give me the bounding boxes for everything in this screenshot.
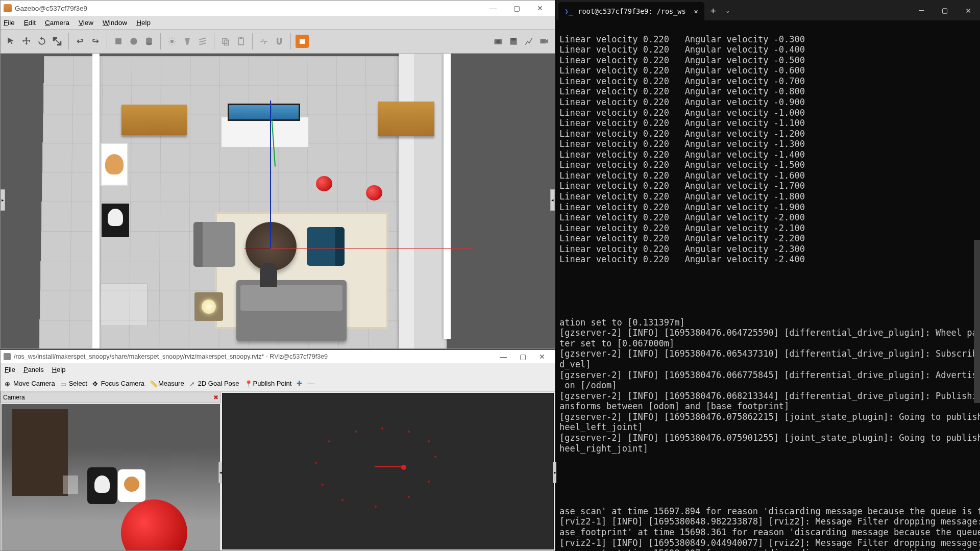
- terminal-scrollbar[interactable]: [974, 240, 980, 403]
- rviz-titlebar[interactable]: /ros_ws/install/makerspet_snoopy/share/m…: [1, 350, 555, 363]
- record-icon[interactable]: [537, 35, 551, 48]
- maximize-button[interactable]: ▢: [505, 1, 528, 16]
- close-button[interactable]: ✕: [532, 350, 552, 363]
- laser-point: [322, 484, 324, 486]
- left-panel-toggle[interactable]: ▸: [1, 189, 5, 211]
- wall-picture-face: [101, 203, 130, 238]
- gazebo-toolbar: [1, 29, 555, 54]
- focus-camera-tool[interactable]: ✥Focus Camera: [92, 380, 144, 387]
- undo-icon[interactable]: [74, 35, 87, 48]
- axis-x: [244, 248, 270, 249]
- close-button[interactable]: ✕: [528, 1, 552, 16]
- minimize-button[interactable]: —: [494, 350, 513, 363]
- panel-close-icon[interactable]: ✖: [213, 394, 218, 401]
- tab-close-icon[interactable]: ✕: [694, 7, 698, 15]
- menu-view[interactable]: View: [79, 19, 93, 27]
- camera-panel-header[interactable]: Camera ✖: [1, 392, 221, 403]
- axis-x: [270, 248, 474, 249]
- paste-icon[interactable]: [234, 35, 248, 48]
- red-ball: [316, 176, 332, 191]
- move-tool-icon[interactable]: [20, 35, 33, 48]
- cylinder-icon[interactable]: [142, 35, 156, 48]
- menu-file[interactable]: File: [5, 366, 15, 373]
- terminal-tab[interactable]: ❯_ root@c537cf79f3e9: /ros_ws ✕: [558, 2, 704, 20]
- rviz-menubar: File Panels Help: [1, 363, 555, 375]
- light-directional-icon[interactable]: [196, 35, 209, 48]
- cam-red-ball: [121, 499, 187, 550]
- remove-tool-button[interactable]: —: [307, 380, 314, 387]
- box-icon[interactable]: [112, 35, 125, 48]
- select-tool[interactable]: ▭Select: [60, 380, 87, 387]
- menu-camera[interactable]: Camera: [45, 19, 69, 27]
- redo-icon[interactable]: [89, 35, 102, 48]
- new-tab-button[interactable]: +: [704, 5, 722, 16]
- tv-screen: [228, 104, 300, 121]
- laser-point: [315, 462, 317, 464]
- right-panel-toggle[interactable]: ◂: [550, 189, 555, 211]
- gazebo-title: Gazebo@c537cf79f3e9: [15, 5, 481, 12]
- svg-rect-0: [115, 38, 121, 44]
- menu-help[interactable]: Help: [136, 19, 151, 27]
- move-camera-tool[interactable]: ⊕Move Camera: [5, 380, 55, 387]
- plot-icon[interactable]: [522, 35, 535, 48]
- scale-tool-icon[interactable]: [51, 35, 64, 48]
- terminal-window: ❯_ root@c537cf79f3e9: /ros_ws ✕ + ⌄ — ▢ …: [556, 0, 980, 551]
- close-button[interactable]: ✕: [957, 0, 980, 20]
- rviz-icon: [4, 353, 11, 360]
- snap-icon[interactable]: [257, 35, 271, 48]
- armchair-blue: [307, 227, 345, 266]
- copy-icon[interactable]: [219, 35, 232, 48]
- add-tool-button[interactable]: ✚: [297, 380, 302, 387]
- publish-point-tool[interactable]: 📍Publish Point: [244, 380, 292, 387]
- wall-frames: [101, 283, 148, 326]
- laser-point: [408, 431, 410, 433]
- camera-view[interactable]: [2, 404, 220, 550]
- svg-rect-10: [300, 39, 305, 44]
- selection-box-icon[interactable]: [296, 35, 309, 48]
- sofa: [236, 280, 347, 341]
- cam-cat-picture: [118, 469, 145, 502]
- menu-edit[interactable]: Edit: [24, 19, 36, 27]
- cam-face-picture: [87, 467, 117, 504]
- menu-file[interactable]: File: [4, 19, 15, 27]
- svg-rect-9: [240, 37, 242, 39]
- terminal-output[interactable]: Linear velocity 0.220 Angular velocity -…: [556, 20, 980, 551]
- rotate-tool-icon[interactable]: [35, 35, 48, 48]
- cam-frame: [63, 475, 78, 494]
- sphere-icon[interactable]: [127, 35, 140, 48]
- camera-icon[interactable]: [492, 35, 505, 48]
- goal-pose-tool[interactable]: ➚2D Goal Pose: [189, 380, 239, 387]
- rviz-window: /ros_ws/install/makerspet_snoopy/share/m…: [0, 349, 555, 551]
- light-point-icon[interactable]: [165, 35, 179, 48]
- arrow-tool-icon[interactable]: [5, 35, 18, 48]
- minimize-button[interactable]: —: [910, 0, 933, 20]
- gazebo-titlebar[interactable]: Gazebo@c537cf79f3e9 — ▢ ✕: [1, 1, 555, 16]
- laser-point: [341, 499, 344, 501]
- measure-tool[interactable]: 📏Measure: [150, 380, 184, 387]
- laser-point: [328, 440, 330, 442]
- cabinet: [378, 102, 434, 136]
- maximize-button[interactable]: ▢: [513, 350, 532, 363]
- laser-point: [434, 456, 436, 458]
- save-frame-icon[interactable]: [507, 35, 520, 48]
- wall: [414, 54, 445, 348]
- menu-window[interactable]: Window: [103, 19, 127, 27]
- rviz-title: /ros_ws/install/makerspet_snoopy/share/m…: [14, 353, 494, 360]
- lamp: [202, 299, 216, 314]
- tab-dropdown-icon[interactable]: ⌄: [722, 7, 734, 14]
- maximize-button[interactable]: ▢: [933, 0, 957, 20]
- gazebo-3d-viewport[interactable]: ▸ ◂: [1, 54, 555, 348]
- log-block-3: ase_scan' at time 15697.894 for reason '…: [559, 506, 977, 551]
- magnet-icon[interactable]: [273, 35, 286, 48]
- rviz-3d-view[interactable]: [222, 393, 554, 549]
- svg-point-1: [130, 38, 137, 44]
- laser-point: [408, 496, 410, 498]
- menu-help[interactable]: Help: [52, 366, 66, 373]
- terminal-titlebar[interactable]: ❯_ root@c537cf79f3e9: /ros_ws ✕ + ⌄ — ▢ …: [556, 0, 980, 20]
- menu-panels[interactable]: Panels: [23, 366, 44, 373]
- minimize-button[interactable]: —: [481, 1, 505, 16]
- light-spot-icon[interactable]: [181, 35, 194, 48]
- laser-point: [428, 481, 430, 483]
- laser-point: [355, 431, 357, 433]
- rviz-toolbar: ⊕Move Camera ▭Select ✥Focus Camera 📏Meas…: [1, 375, 555, 392]
